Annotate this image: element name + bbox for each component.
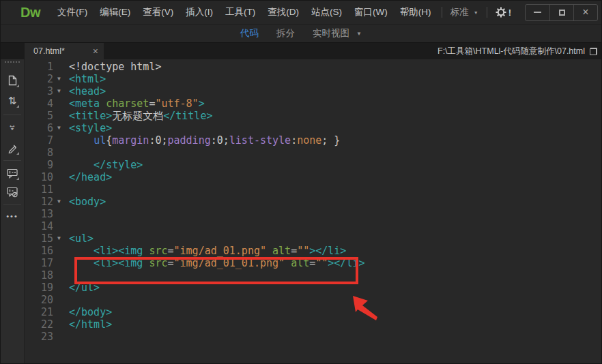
line-number: 7 [25,134,53,147]
minimize-button[interactable] [526,5,549,20]
code-line[interactable]: 15▼<ul> [25,232,601,245]
menu-item-3[interactable]: 插入(I) [180,1,219,24]
line-number: 18 [25,269,53,282]
divider [442,7,442,18]
tab-close-icon[interactable]: × [93,47,98,55]
edit-code-button[interactable] [5,141,20,155]
maximize-icon [559,10,565,16]
code-line[interactable]: 20 [25,294,601,306]
title-bar: Dw 文件(F)编辑(E)查看(V)插入(I)工具(T)查找(D)站点(S)窗口… [1,1,601,25]
tab-07-html[interactable]: 07.html* × [25,43,104,59]
code-line[interactable]: 2▼<html> [25,73,601,85]
code-text: </ul> [69,282,100,294]
code-line[interactable]: 23 [25,331,601,343]
code-line[interactable]: 13 [25,208,601,220]
fold-gutter [53,110,69,122]
line-number: 17 [25,257,53,269]
code-line[interactable]: 9 </style> [25,159,601,171]
maximize-button[interactable] [549,5,573,20]
line-number: 2 [25,73,53,85]
fold-arrow-icon[interactable]: ▼ [53,196,69,208]
close-icon: × [582,9,588,16]
fold-arrow-icon[interactable]: ▼ [53,232,69,245]
remove-comment-icon [7,187,18,198]
chevron-down-icon: ▼ [474,10,478,15]
workspace-label: 标准 [450,6,469,18]
close-button[interactable]: × [573,5,597,20]
code-line[interactable]: 3▼<head> [25,85,601,97]
workspace-switcher[interactable]: 标准 ▼ [450,6,478,18]
more-options-icon: ••• [6,212,18,220]
code-line[interactable]: 7 ul{margin:0;padding:0;list-style:none;… [25,134,601,147]
fold-arrow-icon[interactable]: ▼ [53,73,69,85]
code-text: </style> [69,159,143,171]
code-line[interactable]: 11 [25,183,601,196]
code-line[interactable]: 18 [25,269,601,282]
gear-icon [496,7,506,18]
word-wrap-icon: ↔* [8,122,16,133]
view-mode-0[interactable]: 代码 [240,27,259,40]
line-number: 19 [25,282,53,294]
remove-comment-button[interactable] [5,185,20,199]
more-options-button[interactable]: ••• [5,209,20,223]
line-number: 16 [25,245,53,257]
code-editor[interactable]: 1<!doctype html>2▼<html>3▼<head>4<meta c… [25,59,601,363]
menu-item-1[interactable]: 编辑(E) [94,1,137,24]
fold-gutter [53,61,69,73]
line-number: 11 [25,183,53,196]
code-line[interactable]: 6▼<style> [25,122,601,134]
code-line[interactable]: 8 [25,147,601,159]
line-number: 1 [25,61,53,73]
fold-arrow-icon[interactable]: ▼ [53,85,69,97]
code-line[interactable]: 22</html> [25,318,601,331]
menu-item-5[interactable]: 查找(D) [261,1,305,24]
document-tab-bar: 07.html* × F:\工具箱\HTMLl-代码随意制作\07.html [1,43,601,59]
view-mode-label: 拆分 [276,27,295,40]
line-number: 4 [25,97,53,110]
tab-label: 07.html* [33,46,65,56]
line-number: 15 [25,232,53,245]
sync-settings-button[interactable]: ! [496,7,511,18]
submenu-corner-icon [16,177,19,180]
main-area: ⇅ ↔* [1,59,601,363]
fold-gutter [53,220,69,232]
menu-item-7[interactable]: 窗口(W) [348,1,394,24]
code-line[interactable]: 17 <li><img src="img/ad_01_01.png" alt="… [25,257,601,269]
line-number: 23 [25,331,53,343]
code-line[interactable]: 14 [25,220,601,232]
divider [487,7,487,18]
code-line[interactable]: 1<!doctype html> [25,61,601,73]
menu-item-8[interactable]: 帮助(H) [394,1,438,24]
fold-arrow-icon[interactable]: ▼ [53,122,69,134]
move-updown-button[interactable]: ⇅ [5,94,20,108]
open-documents-button[interactable] [5,74,20,87]
toolbar-grip[interactable] [5,61,20,63]
code-text: <!doctype html> [69,61,161,73]
code-line[interactable]: 4<meta charset="utf-8"> [25,97,601,110]
submenu-corner-icon [16,105,19,108]
toolbar-divider [3,115,21,115]
dreamweaver-logo: Dw [20,5,40,20]
code-text: <ul> [69,232,94,245]
menu-item-0[interactable]: 文件(F) [51,1,94,24]
code-lines: 1<!doctype html>2▼<html>3▼<head>4<meta c… [25,61,601,343]
code-line[interactable]: 16 <li><img src="img/ad_01.png" alt=""><… [25,245,601,257]
code-text: <li><img src="img/ad_01.png" alt=""></li… [69,245,346,257]
code-line[interactable]: 19</ul> [25,282,601,294]
window-controls: × [525,4,598,21]
code-line[interactable]: 10</head> [25,171,601,183]
fold-gutter [53,171,69,183]
view-mode-2[interactable]: 实时视图▼ [313,27,362,40]
code-line[interactable]: 21</body> [25,306,601,318]
fold-gutter [53,208,69,220]
word-wrap-button[interactable]: ↔* [5,121,20,134]
code-line[interactable]: 5<title>无标题文档</title> [25,110,601,122]
apply-comment-button[interactable] [5,166,20,180]
related-files-icon[interactable] [590,48,597,55]
view-mode-1[interactable]: 拆分 [276,27,295,40]
menu-item-4[interactable]: 工具(T) [219,1,261,24]
menu-item-6[interactable]: 站点(S) [305,1,348,24]
menu-item-2[interactable]: 查看(V) [137,1,180,24]
code-line[interactable]: 12▼<body> [25,196,601,208]
move-updown-icon: ⇅ [8,95,17,107]
